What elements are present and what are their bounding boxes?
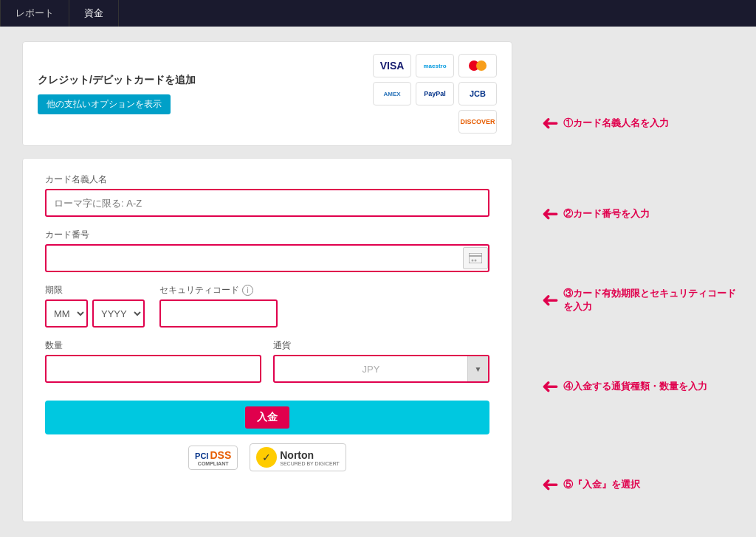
- expiry-year-select[interactable]: YYYY: [92, 299, 145, 328]
- dss-text: DSS: [210, 449, 231, 461]
- expiry-security-row: 期限 MM YYYY セキュリティコード i: [45, 284, 489, 328]
- card-number-wrapper: [45, 244, 489, 272]
- norton-text: Norton: [280, 449, 340, 461]
- annotation-text-2: ②カード番号を入力: [563, 207, 650, 221]
- deposit-button-label: 入金: [245, 406, 289, 429]
- annotation-text-3: ③カード有効期限とセキュリティコードを入力: [563, 287, 741, 313]
- expiry-group: 期限 MM YYYY: [45, 284, 145, 328]
- annotation-text-4: ④入金する通貨種類・数量を入力: [563, 380, 707, 393]
- annotation-text-5: ⑤『入金』を選択: [563, 478, 640, 491]
- cardholder-group: カード名義人名: [45, 173, 489, 217]
- cardholder-input[interactable]: [45, 189, 489, 217]
- expiry-label: 期限: [45, 284, 145, 297]
- svg-rect-0: [469, 253, 482, 263]
- quantity-input[interactable]: [45, 355, 261, 383]
- card-logo-discover: DISCOVER: [458, 110, 497, 134]
- expiry-month-select[interactable]: MM: [45, 299, 88, 328]
- security-code-input[interactable]: [159, 299, 278, 328]
- card-logo-master: [458, 54, 497, 77]
- card-logo-amex: AMEX: [373, 82, 411, 105]
- annotation-5: ➜ ⑤『入金』を選択: [542, 474, 741, 495]
- card-number-label: カード番号: [45, 229, 489, 241]
- annotation-text-1: ①カード名義人名を入力: [563, 117, 669, 130]
- card-logos: VISA maestro AMEX PayPal: [334, 54, 497, 134]
- main-layout: クレジット/デビットカードを追加 他の支払いオプションを表示 VISA maes…: [0, 27, 756, 537]
- security-label-row: セキュリティコード i: [159, 284, 278, 297]
- annotation-3: ➜ ③カード有効期限とセキュリティコードを入力: [542, 287, 741, 313]
- topbar-tab-funds[interactable]: 資金: [69, 0, 119, 27]
- arrow-icon-2: ➜: [542, 204, 559, 224]
- card-number-input[interactable]: [45, 244, 489, 272]
- annotation-4: ➜ ④入金する通貨種類・数量を入力: [542, 376, 741, 397]
- annotation-1: ➜ ①カード名義人名を入力: [542, 113, 741, 134]
- qty-currency-row: 数量 通貨 JPY ▼: [45, 339, 489, 383]
- norton-badge: ✓ Norton SECURED BY DIGICERT: [250, 443, 346, 471]
- norton-sub-text: SECURED BY DIGICERT: [280, 461, 340, 466]
- right-panel: ➜ ①カード名義人名を入力 ➜ ②カード番号を入力 ➜ ③カード有効期限とセキュ…: [535, 27, 756, 537]
- card-section-title: クレジット/デビットカードを追加: [38, 74, 196, 87]
- svg-point-3: [475, 260, 477, 262]
- annotation-2: ➜ ②カード番号を入力: [542, 204, 741, 224]
- left-panel: クレジット/デビットカードを追加 他の支払いオプションを表示 VISA maes…: [0, 27, 535, 537]
- currency-group: 通貨 JPY ▼: [273, 339, 489, 383]
- card-number-group: カード番号: [45, 229, 489, 272]
- card-section: クレジット/デビットカードを追加 他の支払いオプションを表示 VISA maes…: [22, 41, 512, 146]
- pci-compliant-text: COMPLIANT: [195, 461, 231, 466]
- card-logo-visa: VISA: [373, 54, 411, 77]
- svg-point-2: [472, 260, 474, 262]
- arrow-icon-3: ➜: [542, 290, 559, 311]
- expiry-selects: MM YYYY: [45, 299, 145, 328]
- cardholder-label: カード名義人名: [45, 173, 489, 186]
- card-section-left: クレジット/デビットカードを追加 他の支払いオプションを表示: [38, 74, 196, 114]
- norton-check-icon: ✓: [256, 447, 277, 468]
- currency-label: 通貨: [273, 339, 489, 352]
- security-label: セキュリティコード: [159, 284, 239, 297]
- quantity-group: 数量: [45, 339, 261, 383]
- currency-select-wrapper[interactable]: JPY ▼: [273, 355, 489, 383]
- topbar: レポート 資金: [0, 0, 756, 27]
- pci-text: PCI: [195, 451, 208, 460]
- pci-badge: PCI DSS COMPLIANT: [188, 446, 238, 470]
- topbar-tab-report[interactable]: レポート: [0, 0, 69, 27]
- card-logo-jcb: JCB: [458, 82, 497, 105]
- arrow-icon-5: ➜: [542, 474, 559, 495]
- quantity-label: 数量: [45, 339, 261, 352]
- form-section: カード名義人名 カード番号: [22, 158, 512, 522]
- security-badges: PCI DSS COMPLIANT ✓ Norton SECURED BY DI…: [45, 443, 489, 471]
- show-options-button[interactable]: 他の支払いオプションを表示: [38, 94, 171, 114]
- card-icon-button[interactable]: [463, 247, 488, 269]
- security-info-icon[interactable]: i: [242, 285, 253, 296]
- card-logo-paypal: PayPal: [416, 82, 454, 105]
- currency-dropdown-arrow[interactable]: ▼: [467, 356, 488, 381]
- security-group: セキュリティコード i: [159, 284, 278, 328]
- currency-value: JPY: [275, 364, 467, 375]
- deposit-button[interactable]: 入金: [45, 401, 489, 434]
- arrow-icon-4: ➜: [542, 376, 559, 397]
- card-logo-maestro: maestro: [416, 54, 454, 77]
- arrow-icon-1: ➜: [542, 113, 559, 134]
